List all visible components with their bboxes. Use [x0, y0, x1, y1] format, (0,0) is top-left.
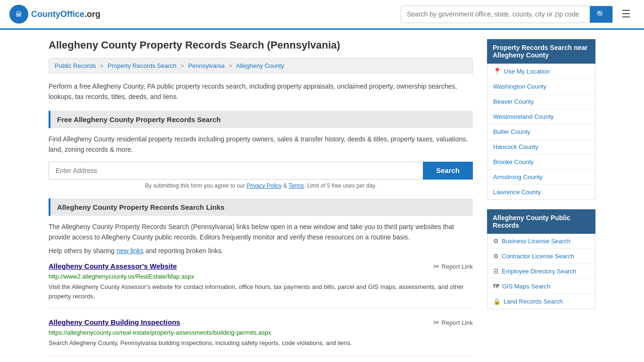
- contractor-license-link[interactable]: Contractor License Search: [502, 253, 574, 260]
- report-link-btn-0[interactable]: ✂ Report Link: [433, 262, 473, 271]
- county-link-1[interactable]: Beaver County: [493, 98, 534, 105]
- main-container: Allegheny County Property Records Search…: [39, 30, 605, 362]
- county-link-0[interactable]: Washington County: [493, 83, 546, 90]
- land-records-icon: 🔒: [493, 298, 501, 305]
- form-note: By submitting this form you agree to our…: [49, 182, 473, 189]
- hamburger-menu-icon[interactable]: ☰: [618, 6, 635, 22]
- link-item-desc-1: Search Allegheny County, Pennsylvania bu…: [49, 338, 473, 348]
- header-search-bar[interactable]: 🔍: [401, 6, 613, 23]
- report-icon-0: ✂: [433, 262, 439, 271]
- breadcrumb-property-records-search[interactable]: Property Records Search: [107, 62, 176, 69]
- sidebar-pr-item-1[interactable]: ⚙ Contractor License Search: [487, 249, 595, 264]
- sidebar-pr-item-0[interactable]: ⚙ Business License Search: [487, 234, 595, 249]
- nearby-counties-title: Property Records Search near Allegheny C…: [487, 39, 595, 64]
- link-item-header-0: Allegheny County Assessor's Website ✂ Re…: [49, 262, 473, 271]
- site-header: 🏛 CountyOffice.org 🔍 ☰: [0, 0, 644, 30]
- gis-maps-link[interactable]: GIS Maps Search: [502, 283, 551, 290]
- public-records-list: ⚙ Business License Search ⚙ Contractor L…: [487, 234, 595, 309]
- employee-directory-icon: ☰: [493, 268, 499, 275]
- link-item-header-1: Allegheny County Building Inspections ✂ …: [49, 318, 473, 327]
- links-section: Allegheny County Property Records Search…: [49, 198, 473, 356]
- sidebar-county-1[interactable]: Beaver County: [487, 94, 595, 109]
- new-links-note: Help others by sharing new links and rep…: [49, 247, 473, 255]
- sidebar: Property Records Search near Allegheny C…: [487, 39, 595, 362]
- content-area: Allegheny County Property Records Search…: [49, 39, 473, 362]
- logo-icon: 🏛: [9, 5, 28, 24]
- county-link-2[interactable]: Westmoreland County: [493, 113, 553, 120]
- sidebar-county-2[interactable]: Westmoreland County: [487, 109, 595, 124]
- address-search-button[interactable]: Search: [423, 162, 473, 180]
- links-section-heading: Allegheny County Property Records Search…: [49, 198, 473, 216]
- sidebar-county-3[interactable]: Butler County: [487, 124, 595, 140]
- nearby-counties-section: Property Records Search near Allegheny C…: [487, 39, 595, 200]
- free-search-desc: Find Allegheny County residential proper…: [49, 134, 473, 155]
- link-item-url-0[interactable]: http://www2.alleghenycounty.us/RealEstat…: [49, 273, 473, 280]
- county-link-5[interactable]: Brooke County: [493, 158, 534, 165]
- header-search-input[interactable]: [401, 7, 590, 22]
- free-search-section: Free Allegheny County Property Records S…: [49, 111, 473, 189]
- free-search-heading: Free Allegheny County Property Records S…: [49, 111, 473, 128]
- sidebar-county-7[interactable]: Lawrence County: [487, 185, 595, 199]
- sidebar-pr-item-3[interactable]: 🗺 GIS Maps Search: [487, 279, 595, 294]
- sidebar-pr-item-4[interactable]: 🔒 Land Records Search: [487, 294, 595, 309]
- business-license-icon: ⚙: [493, 238, 499, 245]
- location-pin-icon: 📍: [493, 67, 501, 75]
- link-item-title-1[interactable]: Allegheny County Building Inspections: [49, 318, 180, 326]
- public-records-title: Allegheny County Public Records: [487, 209, 595, 234]
- address-search-input[interactable]: [49, 162, 423, 180]
- county-link-4[interactable]: Hancock County: [493, 143, 538, 150]
- county-link-3[interactable]: Butler County: [493, 128, 530, 135]
- sidebar-pr-item-2[interactable]: ☰ Employee Directory Search: [487, 264, 595, 279]
- breadcrumb-pennsylvania[interactable]: Pennsylvania: [188, 62, 224, 69]
- link-item-1: Allegheny County Building Inspections ✂ …: [49, 318, 473, 356]
- sidebar-county-0[interactable]: Washington County: [487, 79, 595, 94]
- privacy-policy-link[interactable]: Privacy Policy: [247, 182, 282, 189]
- link-item-desc-0: Visit the Allegheny County Assessor's we…: [49, 282, 473, 301]
- logo-area[interactable]: 🏛 CountyOffice.org: [9, 5, 100, 24]
- logo-text: CountyOffice.org: [31, 9, 100, 19]
- link-item-title-0[interactable]: Allegheny County Assessor's Website: [49, 262, 177, 270]
- nearby-counties-list: 📍 Use My Location Washington County Beav…: [487, 64, 595, 200]
- links-desc: The Allegheny County Property Records Se…: [49, 222, 473, 243]
- header-search-button[interactable]: 🔍: [590, 6, 612, 23]
- county-link-6[interactable]: Armstrong County: [493, 173, 543, 181]
- employee-directory-link[interactable]: Employee Directory Search: [502, 268, 576, 275]
- page-description: Perform a free Allegheny County, PA publ…: [49, 81, 473, 102]
- link-item-url-1[interactable]: https://alleghenycounty.us/real-estate/p…: [49, 329, 473, 336]
- sidebar-use-my-location[interactable]: 📍 Use My Location: [487, 64, 595, 79]
- report-icon-1: ✂: [433, 318, 439, 327]
- use-my-location-link[interactable]: Use My Location: [504, 68, 550, 75]
- link-item-0: Allegheny County Assessor's Website ✂ Re…: [49, 262, 473, 309]
- sidebar-county-4[interactable]: Hancock County: [487, 140, 595, 155]
- new-links-link[interactable]: new links: [116, 247, 144, 255]
- contractor-license-icon: ⚙: [493, 253, 499, 260]
- business-license-link[interactable]: Business License Search: [502, 238, 570, 245]
- breadcrumb-public-records[interactable]: Public Records: [55, 62, 96, 69]
- gis-maps-icon: 🗺: [493, 283, 499, 290]
- public-records-section: Allegheny County Public Records ⚙ Busine…: [487, 209, 595, 309]
- sidebar-county-6[interactable]: Armstrong County: [487, 170, 595, 185]
- page-title: Allegheny County Property Records Search…: [49, 39, 473, 51]
- svg-text:🏛: 🏛: [16, 10, 22, 18]
- land-records-link[interactable]: Land Records Search: [504, 298, 563, 305]
- header-right: 🔍 ☰: [401, 6, 635, 23]
- address-search-form: Search: [49, 162, 473, 180]
- report-link-btn-1[interactable]: ✂ Report Link: [433, 318, 473, 327]
- terms-link[interactable]: Terms: [289, 182, 304, 189]
- sidebar-county-5[interactable]: Brooke County: [487, 155, 595, 170]
- breadcrumb-allegheny-county[interactable]: Allegheny County: [236, 62, 284, 69]
- county-link-7[interactable]: Lawrence County: [493, 189, 541, 196]
- breadcrumb: Public Records > Property Records Search…: [49, 58, 473, 74]
